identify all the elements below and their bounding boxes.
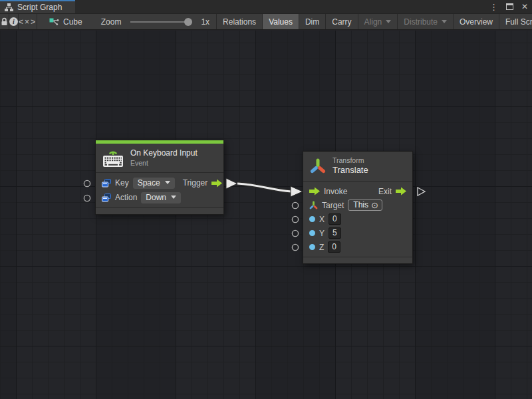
node-category: Transform: [332, 156, 368, 165]
port-label-exit: Exit: [378, 187, 392, 196]
zoom-slider-track[interactable]: [130, 21, 192, 23]
toolbar-button-dim[interactable]: Dim: [299, 14, 326, 29]
toolbar-button-overview[interactable]: Overview: [454, 14, 499, 29]
window-tab-bar: Script Graph ⋮ ✕: [0, 0, 532, 13]
action-dropdown-value: Down: [146, 193, 166, 202]
port-label-trigger: Trigger: [183, 178, 208, 188]
lock-button[interactable]: [0, 14, 9, 29]
node-title: On Keyboard Input: [130, 148, 198, 158]
wire-outline: [237, 184, 291, 192]
info-button[interactable]: i: [9, 14, 19, 29]
maximize-icon[interactable]: [506, 3, 513, 10]
port-label-y: Y: [319, 229, 325, 238]
x-value-field[interactable]: 0: [329, 213, 341, 225]
window-menu-icon[interactable]: ⋮: [489, 3, 498, 11]
input-port-circle-target[interactable]: [292, 202, 298, 208]
transform-target-icon: [309, 201, 318, 209]
port-row-z: Z 0: [303, 240, 412, 254]
close-icon[interactable]: ✕: [521, 3, 528, 11]
caret-down-icon: [171, 196, 176, 199]
input-port-circle-z[interactable]: [292, 244, 298, 250]
lock-icon: [0, 17, 9, 26]
node-subtitle: Event: [130, 159, 198, 168]
zoom-value: 1x: [201, 17, 209, 27]
graph-context-segment: Cube Zoom 1x: [37, 14, 217, 29]
y-value-field[interactable]: 5: [329, 227, 341, 239]
port-label-x: X: [319, 215, 325, 224]
tab-title: Script Graph: [17, 3, 62, 12]
caret-down-icon: [165, 181, 170, 184]
zoom-slider-knob[interactable]: [184, 18, 192, 26]
graph-toolbar: i <×> Cube Zoom 1x Relations Values Dim …: [0, 13, 532, 30]
zoom-label: Zoom: [101, 17, 122, 27]
toolbar-button-distribute[interactable]: Distribute: [398, 14, 454, 29]
port-row-action: Action Down: [96, 190, 223, 205]
wire-start-arrow[interactable]: [226, 178, 237, 189]
input-port-circle-key[interactable]: [84, 180, 90, 186]
node-transform-translate[interactable]: Transform Translate Invoke Exit: [303, 151, 413, 264]
button-label: Carry: [332, 17, 351, 27]
exit-output-port-icon[interactable]: [396, 187, 406, 196]
node-ports: Key Space Trigger Action: [96, 173, 223, 207]
node-footer: [303, 257, 412, 263]
toolbar-button-fullscreen[interactable]: Full Screen: [499, 14, 532, 29]
target-value: This: [353, 200, 368, 209]
zoom-slider[interactable]: [130, 17, 192, 26]
connection-layer: [0, 31, 532, 399]
node-footer: [96, 207, 223, 214]
input-port-circle-x[interactable]: [292, 216, 298, 222]
node-header[interactable]: On Keyboard Input Event: [96, 144, 223, 173]
key-dropdown[interactable]: Space: [133, 178, 175, 189]
z-value-field[interactable]: 0: [328, 241, 340, 253]
node-on-keyboard-input[interactable]: On Keyboard Input Event Key Space Trigge…: [95, 140, 224, 215]
action-dropdown[interactable]: Down: [141, 192, 181, 203]
toolbar-button-relations[interactable]: Relations: [217, 14, 263, 29]
literal-value-icon: [102, 194, 111, 202]
button-label: Dim: [305, 17, 319, 27]
value-port-x-icon[interactable]: [309, 216, 315, 222]
port-row-key: Key Space Trigger: [96, 176, 223, 190]
invoke-input-port-icon[interactable]: [309, 187, 320, 196]
toolbar-button-align[interactable]: Align: [358, 14, 398, 29]
wire-end-arrow[interactable]: [291, 186, 303, 197]
object-picker-icon[interactable]: ⊙: [371, 201, 378, 209]
button-label: Overview: [460, 17, 493, 27]
node-header-text: On Keyboard Input Event: [130, 148, 198, 168]
port-label-key: Key: [115, 178, 129, 188]
edit-script-button[interactable]: <×>: [19, 14, 37, 29]
key-dropdown-value: Space: [138, 178, 160, 188]
port-label-target: Target: [322, 201, 344, 210]
node-header[interactable]: Transform Translate: [303, 152, 412, 182]
toolbar-button-values[interactable]: Values: [263, 14, 299, 29]
caret-down-icon: [442, 20, 447, 23]
value-port-z-icon[interactable]: [309, 244, 315, 250]
tab-script-graph[interactable]: Script Graph: [0, 0, 75, 13]
node-ports: Invoke Exit Target This ⊙: [303, 182, 412, 257]
port-row-invoke: Invoke Exit: [303, 184, 412, 198]
input-port-circle-y[interactable]: [292, 230, 298, 236]
script-graph-icon: [5, 3, 13, 11]
graph-node-icon: [49, 17, 59, 26]
node-title: Translate: [332, 165, 368, 176]
graph-breadcrumb[interactable]: Cube: [63, 17, 82, 27]
toolbar-button-carry[interactable]: Carry: [326, 14, 358, 29]
port-label-action: Action: [115, 193, 137, 202]
target-object-field[interactable]: This ⊙: [348, 200, 382, 211]
button-label: Distribute: [404, 17, 438, 27]
port-row-y: Y 5: [303, 226, 412, 240]
graph-canvas[interactable]: On Keyboard Input Event Key Space Trigge…: [0, 31, 532, 399]
button-label: Relations: [223, 17, 256, 27]
input-port-circle-action[interactable]: [84, 195, 90, 201]
port-row-x: X 0: [303, 212, 412, 226]
port-label-z: Z: [319, 243, 324, 252]
transform-icon: [309, 158, 327, 175]
info-icon: i: [9, 17, 18, 26]
exit-port-triangle[interactable]: [418, 188, 425, 196]
wire-trigger-to-invoke[interactable]: [237, 184, 291, 192]
button-label: Full Screen: [505, 17, 532, 27]
code-icon: <×>: [19, 17, 37, 27]
keyboard-input-icon: [102, 149, 124, 168]
value-port-y-icon[interactable]: [309, 230, 315, 236]
trigger-output-port-icon[interactable]: [211, 179, 222, 188]
node-header-text: Transform Translate: [332, 156, 368, 176]
